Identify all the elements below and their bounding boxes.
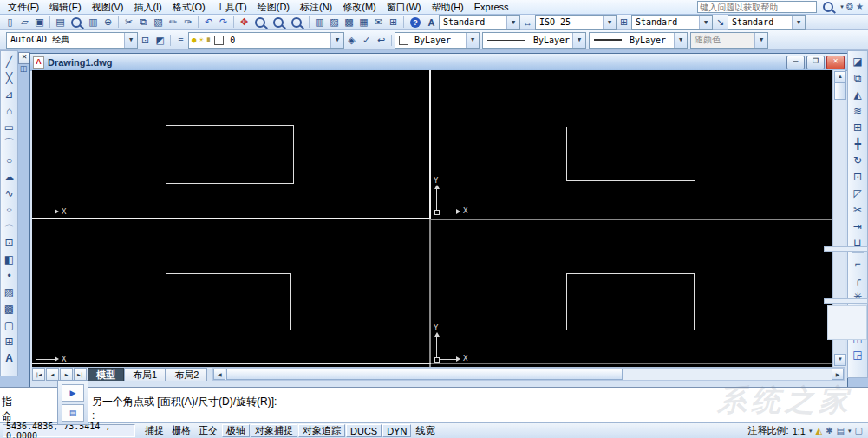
workspace-settings-icon[interactable]: ⊡ [138, 34, 153, 47]
array-icon[interactable]: ⊞ [851, 119, 865, 135]
layer-states-icon[interactable]: ◈ [344, 34, 359, 47]
plot-status-icon[interactable]: ▤ [837, 426, 845, 435]
plot-style-combo[interactable]: 随颜色 ▼ [690, 32, 768, 49]
combo-arrow-icon[interactable]: ▼ [506, 16, 519, 29]
matchprop-icon[interactable]: ✏ [166, 16, 180, 29]
command-window[interactable]: 指 另一个角点或 [面积(A)/尺寸(D)/旋转(R)]: 命 : ▶ ▤ 系统… [0, 387, 868, 424]
combo-arrow-icon[interactable]: ▼ [330, 33, 343, 48]
menu-item[interactable]: 视图(V) [87, 0, 129, 14]
favorites-icon[interactable]: ★ [856, 2, 864, 12]
ellipse-icon[interactable]: ○ [2, 205, 16, 213]
toolbar-separator[interactable] [198, 16, 199, 28]
toolbar-separator[interactable] [309, 16, 310, 28]
mini-toolbar-button-2[interactable]: ▤ [62, 404, 84, 422]
quickcalc-icon[interactable]: ⊞ [386, 16, 401, 29]
menu-item[interactable]: 绘图(D) [252, 0, 295, 14]
paste-icon[interactable]: ▧ [151, 16, 166, 29]
drawing-window-titlebar[interactable]: A Drawing1.dwg ─ ❐ ✕ [30, 54, 847, 71]
polyline-icon[interactable]: ⊿ [2, 86, 16, 102]
sheetset-icon[interactable]: ▦ [356, 16, 371, 29]
search-icon[interactable] [823, 2, 833, 12]
new-icon[interactable]: ▯ [3, 16, 17, 29]
layer-properties-manager-icon[interactable]: ≡ [173, 34, 188, 47]
rotate-icon[interactable]: ↻ [851, 152, 865, 168]
viewport-rectangle[interactable] [566, 127, 695, 181]
menu-item[interactable]: 帮助(H) [427, 0, 469, 14]
zoom-realtime-icon[interactable] [255, 17, 265, 28]
ellipse-arc-icon[interactable]: ◠ [2, 221, 16, 230]
tab-model[interactable]: 模型 [88, 368, 124, 381]
menu-item[interactable]: 插入(I) [128, 0, 166, 14]
toolbar-separator[interactable] [118, 16, 119, 28]
menu-item[interactable]: 格式(O) [167, 0, 211, 14]
trim-icon[interactable]: ✂ [851, 201, 865, 218]
arc-icon[interactable]: ⌒ [2, 135, 16, 152]
bulb-icon[interactable]: ● [192, 36, 196, 44]
toolbar-separator[interactable] [852, 252, 864, 253]
plot-icon[interactable]: ▤ [53, 16, 68, 29]
draworder-under-icon[interactable]: ◲ [851, 346, 865, 363]
scrollbar-thumb[interactable] [834, 82, 846, 100]
offset-icon[interactable]: ≋ [851, 102, 865, 119]
scroll-left-icon[interactable]: ◀ [213, 369, 225, 380]
redo-icon[interactable]: ↷ [216, 16, 231, 29]
tab-layout2[interactable]: 布局2 [166, 368, 207, 381]
mleader-style-icon[interactable]: ↘ [713, 16, 728, 29]
docked-toolbar-close-button[interactable]: ✕ [18, 52, 30, 64]
make-object-layer-current-icon[interactable]: ✓ [359, 34, 374, 47]
horizontal-scrollbar[interactable]: ◀ ▶ [212, 368, 845, 381]
search-caret-icon[interactable]: ▾ [840, 3, 844, 10]
tab-nav-button[interactable]: ◀ [46, 368, 59, 381]
help-search-input[interactable] [697, 1, 817, 13]
point-icon[interactable]: • [2, 267, 16, 284]
revcloud-icon[interactable]: ☁ [2, 168, 16, 185]
mleader-style-combo[interactable]: Standard ▼ [728, 15, 806, 30]
menu-item[interactable]: 修改(M) [337, 0, 382, 14]
viewport-divider-horizontal[interactable] [32, 218, 431, 219]
command-prompt-line[interactable]: : [92, 409, 95, 422]
make-block-icon[interactable]: ◧ [2, 251, 16, 267]
menu-item[interactable]: 窗口(W) [382, 0, 427, 14]
tab-layout1[interactable]: 布局1 [124, 368, 166, 381]
region-icon[interactable]: ▢ [2, 317, 16, 333]
scale-icon[interactable]: ⊡ [851, 168, 865, 185]
polygon-icon[interactable]: ⌂ [2, 102, 16, 119]
linetype-combo[interactable]: ByLayer ▼ [482, 32, 586, 49]
tray-icon[interactable]: ▢ [855, 426, 863, 435]
drawing-canvas[interactable]: X Y X X [32, 70, 845, 367]
dim-style-icon[interactable]: ↔ [520, 16, 535, 29]
erase-icon[interactable]: ◪ [851, 53, 865, 69]
ortho-toggle[interactable]: 正交 [195, 425, 221, 436]
combo-arrow-icon[interactable]: ▼ [603, 16, 616, 29]
extend-icon[interactable]: ⇥ [851, 218, 865, 234]
tab-nav-button[interactable]: |◀ [32, 368, 45, 381]
table-style-combo[interactable]: Standard ▼ [631, 15, 713, 30]
gradient-icon[interactable]: ▩ [2, 300, 16, 317]
pan-icon[interactable]: ✥ [237, 16, 251, 29]
grid-toggle[interactable]: 栅格 [168, 425, 194, 436]
mirror-icon[interactable]: ◭ [851, 86, 865, 102]
menu-item[interactable]: 编辑(E) [44, 0, 87, 14]
viewport-rectangle[interactable] [166, 273, 291, 330]
dyn-toggle[interactable]: DYN [382, 424, 411, 437]
scroll-up-icon[interactable]: ▲ [834, 71, 846, 83]
rectangle-icon[interactable]: ▭ [2, 119, 16, 135]
toolbar-separator[interactable] [49, 16, 50, 28]
viewport-rectangle[interactable] [566, 273, 695, 330]
annotation-visibility-icon[interactable]: ◭ [815, 426, 822, 435]
scroll-down-icon[interactable]: ▼ [834, 354, 846, 366]
annotation-scale-caret-icon[interactable]: ▾ [809, 428, 813, 435]
combo-arrow-icon[interactable]: ▼ [572, 33, 585, 48]
zoom-previous-icon[interactable] [291, 17, 302, 28]
menu-item[interactable]: 文件(F) [3, 0, 44, 14]
lineweight-toggle[interactable]: 线宽 [412, 425, 438, 436]
move-icon[interactable]: ╋ [851, 135, 865, 152]
color-combo[interactable]: ByLayer ▼ [395, 32, 480, 49]
model-space[interactable]: X Y X X [32, 70, 833, 367]
minimize-button[interactable]: ─ [786, 56, 805, 69]
close-button[interactable]: ✕ [826, 56, 845, 69]
polar-toggle[interactable]: 极轴 [222, 424, 250, 437]
scroll-right-icon[interactable]: ▶ [832, 369, 844, 380]
toolbar-separator[interactable] [403, 16, 404, 28]
customize-icon[interactable]: ◩ [153, 34, 167, 47]
